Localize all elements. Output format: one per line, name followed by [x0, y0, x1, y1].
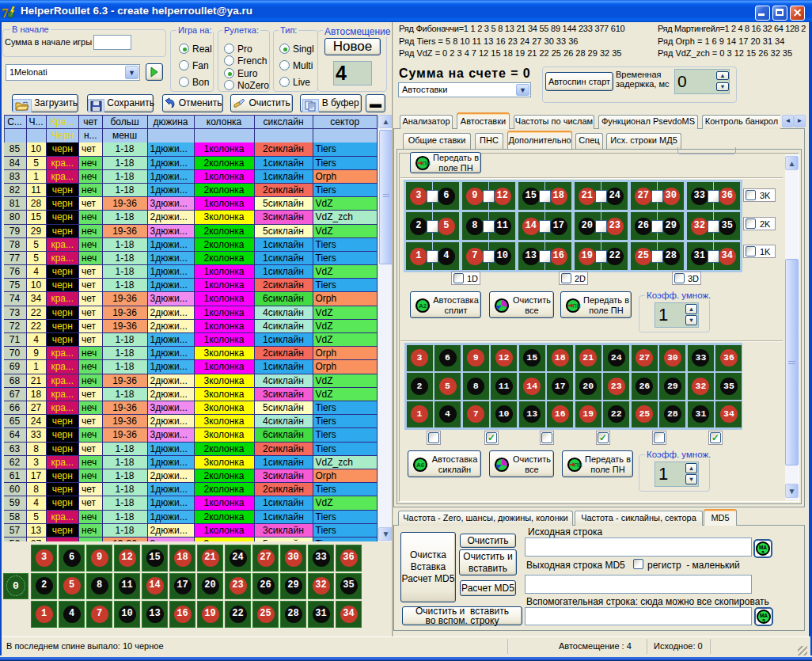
svg-text:A2: A2 — [419, 302, 427, 310]
svg-text:7: 7 — [2, 6, 9, 19]
svg-text:ПН: ПН — [575, 462, 582, 468]
svg-text:ПН: ПН — [423, 161, 431, 166]
svg-text:A6: A6 — [416, 462, 425, 469]
svg-text:ПН: ПН — [573, 303, 581, 309]
